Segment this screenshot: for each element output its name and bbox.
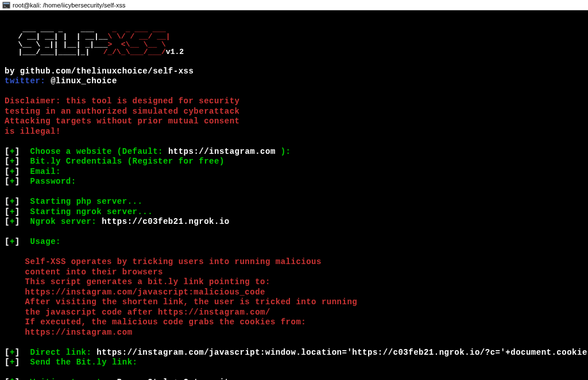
- direct-link-url: https://instagram.com/javascript:window.…: [96, 348, 587, 357]
- svg-text:>_: >_: [4, 4, 7, 7]
- starting-php: Starting php server...: [30, 197, 143, 206]
- waiting-suffix: , Press Ctrl + C to exit...: [107, 378, 245, 380]
- disclaimer-line1: Disclaimer: this tool is designed for se…: [5, 96, 239, 106]
- window-title-bar: >_ root@kali: /home/iicybersecurity/self…: [0, 0, 588, 10]
- bracket: [: [5, 147, 10, 156]
- version-text: v1.2: [166, 48, 184, 56]
- disclaimer-line3: Attacking targets without prior mutual c…: [5, 117, 239, 126]
- disclaimer-line2: testing in an authorized simulated cyber…: [5, 107, 239, 116]
- by-line: by github.com/thelinuxchoice/self-xss: [5, 67, 194, 76]
- email-prompt: Email:: [30, 167, 61, 176]
- disclaimer-line4: is illegal!: [5, 127, 61, 136]
- usage-line5: After visiting the shorten link, the use…: [25, 297, 358, 307]
- usage-line8: https://instagram.com: [25, 328, 133, 337]
- terminal-output[interactable]: ___ ___ _ ___ _ _ ___ ___ / __| __| | | …: [0, 10, 588, 380]
- waiting-label: Waiting targets: [30, 378, 107, 380]
- usage-line6: the javascript code after https://instag…: [25, 308, 270, 317]
- usage-label: Usage:: [30, 237, 61, 246]
- usage-line3: This script generates a bit.ly link poin…: [25, 277, 270, 286]
- twitter-label: twitter:: [5, 76, 45, 86]
- ngrok-label: Ngrok server:: [30, 217, 102, 226]
- window-title: root@kali: /home/iicybersecurity/self-xs…: [13, 2, 125, 9]
- usage-line4: https://instagram.com/javascript:malicio…: [25, 288, 265, 297]
- twitter-handle: @linux_choice: [51, 76, 117, 86]
- direct-link-label: Direct link:: [30, 348, 97, 357]
- starting-ngrok: Starting ngrok server...: [30, 207, 153, 216]
- password-prompt: Password:: [30, 177, 76, 186]
- ascii-banner: ___ ___ _ ___ _ _ ___ ___ / __| __| | | …: [5, 25, 583, 57]
- ngrok-url: https://c03feb21.ngrok.io: [102, 217, 230, 226]
- usage-line7: If executed, the malicious code grabs th…: [25, 317, 307, 327]
- send-bitly-label: Send the Bit.ly link:: [30, 358, 138, 367]
- usage-line1: Self-XSS operates by tricking users into…: [25, 257, 322, 266]
- choose-website-prompt: Choose a website (Default: https://insta…: [30, 147, 291, 156]
- terminal-icon: >_: [2, 1, 10, 9]
- usage-line2: content into their browsers: [25, 267, 163, 277]
- bitly-prompt: Bit.ly Credentials (Register for free): [30, 157, 225, 166]
